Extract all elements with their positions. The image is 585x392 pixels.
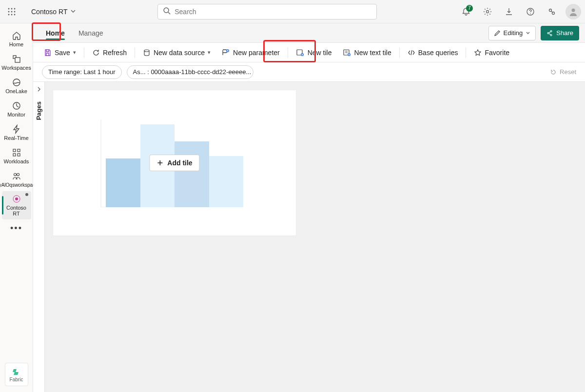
svg-point-5 bbox=[14, 11, 16, 12]
rail-more[interactable]: ••• bbox=[2, 219, 31, 237]
save-icon bbox=[44, 49, 52, 57]
editing-label: Editing bbox=[504, 29, 523, 37]
reset-button[interactable]: Reset bbox=[550, 68, 576, 76]
rail-contoso-rt[interactable]: Contoso RT bbox=[2, 191, 31, 219]
svg-point-2 bbox=[14, 8, 16, 9]
svg-point-3 bbox=[8, 11, 10, 12]
workspace-name: Contoso RT bbox=[31, 8, 67, 16]
rail-monitor[interactable]: Monitor bbox=[2, 98, 31, 121]
tab-label: Manage bbox=[78, 29, 103, 37]
tool-label: New parameter bbox=[233, 49, 280, 57]
top-actions: 7 bbox=[458, 4, 581, 20]
new-parameter-button[interactable]: New parameter bbox=[216, 45, 285, 60]
editing-mode-button[interactable]: Editing bbox=[488, 26, 536, 40]
bar bbox=[106, 158, 140, 207]
rail-label: Workloads bbox=[4, 158, 29, 164]
save-button[interactable]: Save ▾ bbox=[39, 45, 81, 60]
share-icon bbox=[546, 30, 553, 37]
rail-label: myAlOqsworkspace bbox=[0, 182, 38, 188]
svg-point-29 bbox=[144, 50, 149, 52]
filter-chipbar: Time range: Last 1 hour As... : 0000aaaa… bbox=[33, 62, 585, 82]
tool-label: New data source bbox=[154, 49, 205, 57]
rail-label: OneLake bbox=[5, 88, 27, 94]
base-queries-button[interactable]: Base queries bbox=[403, 45, 463, 60]
favorite-button[interactable]: Favorite bbox=[469, 45, 514, 60]
svg-rect-24 bbox=[18, 154, 20, 156]
new-tile-button[interactable]: New tile bbox=[291, 45, 337, 60]
text-tile-icon bbox=[343, 49, 351, 57]
rail-onelake[interactable]: OneLake bbox=[2, 74, 31, 98]
rail-workspaces[interactable]: Workspaces bbox=[2, 51, 31, 74]
rail-workloads[interactable]: Workloads bbox=[2, 144, 31, 168]
share-label: Share bbox=[556, 29, 573, 37]
bar bbox=[209, 156, 244, 207]
svg-point-28 bbox=[15, 197, 18, 200]
asset-chip[interactable]: As... : 0000aaaa-11bb-cccc-dd22-eeeee... bbox=[127, 65, 254, 79]
svg-point-8 bbox=[14, 14, 16, 15]
svg-line-10 bbox=[168, 12, 170, 14]
time-range-chip[interactable]: Time range: Last 1 hour bbox=[42, 65, 122, 79]
fabric-switcher[interactable]: Fabric bbox=[5, 363, 28, 386]
pages-label: Pages bbox=[35, 101, 42, 120]
separator bbox=[466, 47, 466, 58]
settings-icon[interactable] bbox=[480, 4, 495, 20]
search-input[interactable] bbox=[175, 8, 371, 16]
notification-badge: 7 bbox=[466, 5, 473, 12]
refresh-button[interactable]: Refresh bbox=[87, 45, 132, 60]
rail-myworkspace[interactable]: myAlOqsworkspace bbox=[2, 168, 31, 191]
dashboard-canvas[interactable]: Add tile bbox=[45, 82, 585, 392]
svg-point-11 bbox=[487, 10, 489, 13]
database-icon bbox=[143, 49, 151, 57]
main-area: Home Manage Editing Share Save ▾ Refresh bbox=[33, 23, 585, 392]
unsaved-dot-icon bbox=[25, 193, 28, 196]
tab-home[interactable]: Home bbox=[39, 23, 72, 43]
svg-rect-18 bbox=[15, 58, 20, 62]
svg-point-1 bbox=[11, 8, 13, 9]
svg-point-26 bbox=[17, 173, 19, 176]
search-box[interactable] bbox=[157, 4, 377, 20]
reset-label: Reset bbox=[560, 68, 576, 76]
search-wrap bbox=[76, 4, 458, 20]
chevron-down-icon: ▾ bbox=[208, 49, 211, 56]
svg-point-4 bbox=[11, 11, 13, 12]
page-tabs: Home Manage Editing Share bbox=[33, 23, 585, 43]
expand-pages-button[interactable] bbox=[36, 86, 42, 95]
chevron-down-icon bbox=[526, 31, 530, 36]
chip-label: As... : 0000aaaa-11bb-cccc-dd22-eeeee... bbox=[133, 68, 252, 76]
rail-label: Contoso RT bbox=[3, 205, 30, 216]
tab-label: Home bbox=[46, 29, 65, 37]
workspace-breadcrumb[interactable]: Contoso RT bbox=[31, 8, 76, 16]
chip-label: Time range: Last 1 hour bbox=[48, 68, 116, 76]
empty-tile[interactable]: Add tile bbox=[53, 90, 296, 236]
svg-point-6 bbox=[8, 14, 10, 15]
plus-icon bbox=[156, 159, 163, 166]
pencil-icon bbox=[494, 30, 501, 37]
parameter-icon bbox=[221, 49, 230, 57]
tool-label: New tile bbox=[308, 49, 332, 57]
tool-label: New text tile bbox=[354, 49, 391, 57]
rail-realtime[interactable]: Real-Time bbox=[2, 121, 31, 144]
new-text-tile-button[interactable]: New text tile bbox=[338, 45, 396, 60]
search-icon bbox=[163, 7, 171, 17]
chevron-down-icon: ▾ bbox=[73, 49, 76, 56]
svg-point-13 bbox=[530, 13, 531, 14]
topbar: Contoso RT 7 bbox=[0, 0, 585, 23]
feedback-icon[interactable] bbox=[544, 4, 560, 20]
app-launcher-icon[interactable] bbox=[4, 4, 20, 20]
help-icon[interactable] bbox=[523, 4, 538, 20]
download-icon[interactable] bbox=[501, 4, 517, 20]
user-avatar[interactable] bbox=[566, 4, 581, 20]
add-tile-label: Add tile bbox=[167, 159, 192, 167]
tab-manage[interactable]: Manage bbox=[72, 23, 110, 43]
tool-label: Favorite bbox=[485, 49, 509, 57]
code-icon bbox=[408, 49, 415, 57]
notifications-button[interactable]: 7 bbox=[458, 4, 474, 20]
command-toolbar: Save ▾ Refresh New data source ▾ New par… bbox=[33, 43, 585, 62]
new-data-source-button[interactable]: New data source ▾ bbox=[138, 45, 215, 60]
separator bbox=[84, 47, 84, 58]
add-tile-button[interactable]: Add tile bbox=[149, 155, 199, 171]
svg-point-15 bbox=[552, 12, 555, 14]
share-button[interactable]: Share bbox=[541, 26, 579, 40]
rail-home[interactable]: Home bbox=[2, 27, 31, 51]
chevron-down-icon bbox=[70, 8, 76, 16]
